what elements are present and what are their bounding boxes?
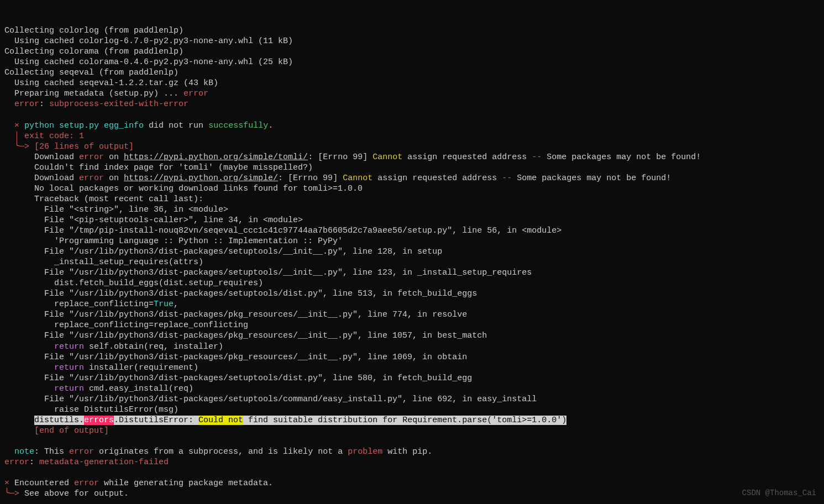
traceback-line: File "/usr/lib/python3/dist-packages/pkg… [4,310,467,319]
traceback-line: File "/usr/lib/python3/dist-packages/set… [4,247,442,256]
traceback-line: File "/usr/lib/python3/dist-packages/set… [4,268,532,277]
traceback-line: File "/tmp/pip-install-nouq82vn/seqeval_… [4,226,561,235]
traceback-line: raise DistutilsError(msg) [4,405,179,414]
output-start: ╰─> [26 lines of output] [4,142,134,151]
line: Using cached colorlog-6.7.0-py2.py3-none… [4,36,293,46]
terminal-output: Collecting colorlog (from paddlenlp) Usi… [4,25,820,499]
traceback-line: File "<string>", line 36, in <module> [4,205,228,214]
line: Collecting colorlog (from paddlenlp) [4,26,183,35]
line: Collecting colorama (from paddlenlp) [4,47,183,56]
line: Preparing metadata (setup.py) ... error [4,89,208,98]
line: No local packages or working download li… [4,184,363,193]
exit-code: │ exit code: 1 [4,132,84,141]
watermark: CSDN @Thomas_Cai [742,489,816,498]
traceback-line: return self.obtain(req, installer) [4,342,223,351]
encountered-error: × Encountered error while generating pac… [4,479,273,488]
error-header: × python setup.py egg_info did not run s… [4,121,273,130]
error-highlight: distutils.errors.DistutilsError: Could n… [4,416,566,425]
traceback-line: File "/usr/lib/python3/dist-packages/set… [4,289,477,298]
download-error: Download error on https://pypi.python.or… [4,153,701,162]
error-line: error: metadata-generation-failed [4,458,169,467]
traceback-line: File "<pip-setuptools-caller>", line 34,… [4,216,303,225]
traceback-line: 'Programming Language :: Python :: Imple… [4,237,343,246]
error-line: error: subprocess-exited-with-error [4,99,188,109]
traceback-line: return cmd.easy_install(req) [4,384,193,393]
line: Using cached colorama-0.4.6-py2.py3-none… [4,57,293,67]
traceback-line: File "/usr/lib/python3/dist-packages/set… [4,374,472,383]
traceback-header: Traceback (most recent call last): [4,195,203,204]
traceback-line: File "/usr/lib/python3/dist-packages/pkg… [4,353,467,362]
output-end: [end of output] [4,426,109,435]
download-error: Download error on https://pypi.python.or… [4,174,671,183]
traceback-line: File "/usr/lib/python3/dist-packages/set… [4,395,537,404]
traceback-line: File "/usr/lib/python3/dist-packages/pkg… [4,331,487,340]
see-above: ╰─> See above for output. [4,489,129,498]
traceback-line: replace_conflicting=replace_conflicting [4,321,248,330]
note-line: note: This error originates from a subpr… [4,447,432,456]
traceback-line: return installer(requirement) [4,363,198,372]
line: Using cached seqeval-1.2.2.tar.gz (43 kB… [4,78,218,88]
traceback-line: replace_conflicting=True, [4,300,179,309]
line: Couldn't find index page for 'tomli' (ma… [4,163,313,172]
traceback-line: dist.fetch_build_eggs(dist.setup_require… [4,279,263,288]
line: Collecting seqeval (from paddlenlp) [4,68,179,77]
traceback-line: _install_setup_requires(attrs) [4,258,203,267]
